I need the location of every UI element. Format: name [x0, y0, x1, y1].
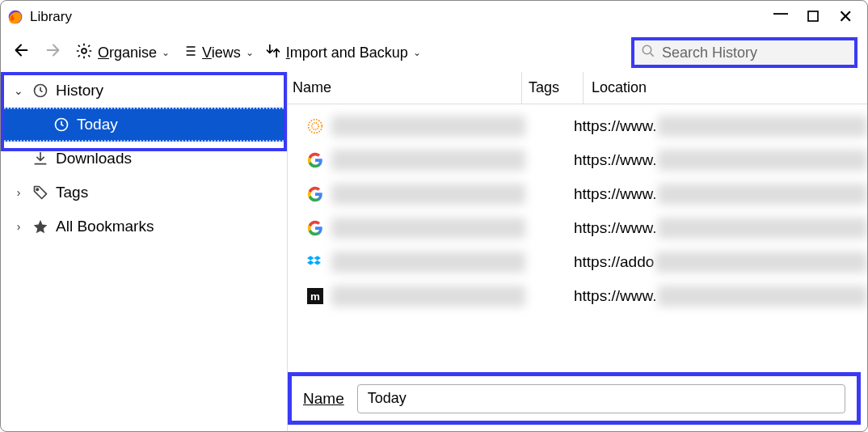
thomson-reuters-icon [304, 118, 327, 134]
history-rows: https://www.https://www.https://www.http… [288, 104, 867, 372]
row-location: https://www. [574, 286, 867, 307]
svg-rect-1 [808, 11, 818, 21]
row-name-blurred [331, 218, 525, 239]
svg-point-7 [309, 120, 322, 133]
chevron-down-icon: ⌄ [413, 47, 421, 58]
svg-point-6 [36, 188, 39, 191]
history-row[interactable]: https://www. [304, 109, 867, 143]
library-window: Library — ✕ Organise ⌄ [0, 0, 868, 432]
row-name-blurred [331, 286, 525, 307]
chevron-right-icon: › [12, 220, 25, 233]
views-menu[interactable]: Views ⌄ [181, 43, 254, 63]
row-name-blurred [331, 116, 525, 137]
details-panel: Name [288, 372, 861, 425]
back-button[interactable] [11, 41, 32, 64]
column-tags[interactable]: Tags [522, 72, 584, 104]
column-headers: Name Tags Location [288, 72, 867, 104]
row-name-blurred [331, 150, 525, 171]
column-name[interactable]: Name [288, 72, 522, 104]
m-icon-icon: m [304, 288, 327, 304]
clock-icon [53, 116, 70, 133]
history-row[interactable]: https://addo [304, 245, 867, 279]
maximize-button[interactable] [807, 9, 819, 26]
sidebar-item-history[interactable]: ⌄ History [1, 74, 287, 108]
list-icon [181, 43, 197, 63]
chevron-down-icon: ⌄ [246, 47, 254, 58]
tag-icon [32, 184, 49, 201]
row-location: https://www. [574, 218, 867, 239]
row-location: https://www. [574, 116, 867, 137]
minimize-button[interactable]: — [773, 5, 788, 22]
clock-icon [32, 83, 49, 99]
column-location[interactable]: Location [584, 72, 867, 104]
window-controls: — ✕ [773, 6, 861, 28]
download-icon [32, 150, 49, 167]
history-row[interactable]: https://www. [304, 177, 867, 211]
titlebar: Library — ✕ [1, 1, 867, 33]
content-area: Name Tags Location https://www.https://w… [287, 72, 867, 431]
firefox-icon [7, 9, 23, 25]
sidebar-item-today[interactable]: Today [1, 108, 287, 142]
search-icon [641, 44, 655, 62]
history-row[interactable]: https://www. [304, 211, 867, 245]
sidebar-item-downloads[interactable]: Downloads [1, 142, 287, 176]
chevron-down-icon: ⌄ [162, 47, 170, 58]
sidebar: ⌄ History Today Downloads › [1, 72, 287, 431]
sidebar-item-tags[interactable]: › Tags [1, 176, 287, 210]
google-icon [304, 220, 327, 236]
svg-text:m: m [310, 290, 320, 303]
row-location: https://addo [574, 252, 867, 273]
svg-point-2 [82, 49, 86, 53]
svg-point-8 [312, 123, 318, 129]
star-icon [32, 218, 49, 235]
chevron-right-icon: › [12, 186, 25, 199]
row-name-blurred [331, 184, 525, 205]
import-backup-menu[interactable]: Import and Backup ⌄ [265, 43, 421, 63]
toolbar: Organise ⌄ Views ⌄ Import and Backup ⌄ [1, 33, 867, 72]
history-row[interactable]: mhttps://www. [304, 279, 867, 313]
gear-icon [75, 42, 93, 64]
details-name-input[interactable] [357, 384, 845, 413]
google-icon [304, 152, 327, 168]
window-title: Library [30, 9, 72, 25]
search-input[interactable] [662, 44, 848, 61]
import-export-icon [265, 43, 281, 63]
chevron-down-icon: ⌄ [12, 84, 25, 97]
history-row[interactable]: https://www. [304, 143, 867, 177]
svg-point-3 [643, 45, 651, 54]
organise-menu[interactable]: Organise ⌄ [75, 42, 170, 64]
forward-button[interactable] [43, 41, 64, 64]
dropbox-icon [304, 254, 327, 270]
sidebar-item-all-bookmarks[interactable]: › All Bookmarks [1, 210, 287, 244]
row-name-blurred [331, 252, 525, 273]
close-button[interactable]: ✕ [838, 6, 853, 28]
google-icon [304, 186, 327, 202]
row-location: https://www. [574, 184, 867, 205]
search-history-box [631, 37, 857, 68]
details-name-label: Name [303, 390, 344, 408]
row-location: https://www. [574, 150, 867, 171]
